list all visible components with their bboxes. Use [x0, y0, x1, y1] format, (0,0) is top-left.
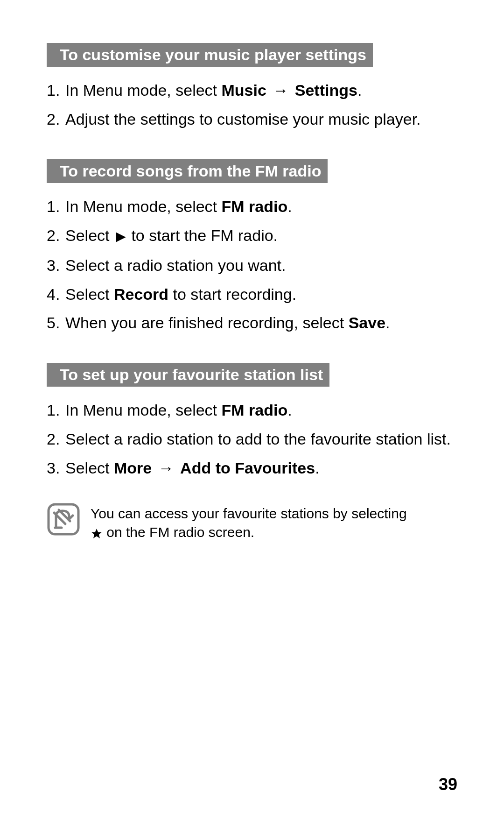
- step-body: Adjust the settings to customise your mu…: [65, 109, 457, 130]
- text: [266, 81, 271, 99]
- step-body: Select Record to start recording.: [65, 284, 457, 305]
- step-body: Select a radio station to add to the fav…: [65, 429, 457, 450]
- star-icon: [91, 524, 103, 543]
- step-body: In Menu mode, select FM radio.: [65, 400, 457, 421]
- step-body: Select to start the FM radio.: [65, 225, 457, 247]
- text: to start recording.: [168, 285, 296, 303]
- text: .: [357, 81, 362, 99]
- text: [152, 459, 156, 477]
- text: [290, 81, 294, 99]
- text: Adjust the settings to customise your mu…: [65, 110, 421, 128]
- note-icon: [47, 502, 80, 536]
- bold-text: Music: [222, 81, 266, 99]
- text: [176, 459, 180, 477]
- step-item: 2.Select a radio station to add to the f…: [47, 429, 457, 450]
- step-number: 4.: [47, 284, 65, 305]
- bold-text: Settings: [295, 81, 357, 99]
- step-body: Select a radio station you want.: [65, 255, 457, 276]
- step-item: 3.Select More → Add to Favourites.: [47, 458, 457, 479]
- step-body: Select More → Add to Favourites.: [65, 458, 457, 479]
- text: on the FM radio screen.: [103, 524, 254, 540]
- text: Select: [65, 459, 114, 477]
- section-heading: To customise your music player settings: [47, 43, 373, 67]
- bold-text: FM radio: [222, 401, 288, 419]
- text: Select: [65, 285, 114, 303]
- step-body: In Menu mode, select Music → Settings.: [65, 80, 457, 101]
- play-icon: [114, 226, 127, 247]
- note: You can access your favourite stations b…: [47, 502, 457, 543]
- text: In Menu mode, select: [65, 81, 222, 99]
- text: Select: [65, 226, 114, 244]
- step-item: 2.Select to start the FM radio.: [47, 225, 457, 247]
- step-item: 4.Select Record to start recording.: [47, 284, 457, 305]
- text: In Menu mode, select: [65, 198, 222, 215]
- bold-text: Add to Favourites: [180, 459, 315, 477]
- step-number: 2.: [47, 429, 65, 450]
- step-list: 1.In Menu mode, select Music → Settings.…: [47, 80, 457, 130]
- step-number: 5.: [47, 312, 65, 334]
- bold-text: FM radio: [222, 198, 288, 215]
- step-item: 2. Adjust the settings to customise your…: [47, 109, 457, 130]
- step-body: In Menu mode, select FM radio.: [65, 196, 457, 218]
- step-item: 1.In Menu mode, select FM radio.: [47, 400, 457, 421]
- step-number: 2.: [47, 109, 65, 130]
- bold-text: More: [114, 459, 152, 477]
- step-item: 5.When you are finished recording, selec…: [47, 312, 457, 334]
- arrow-icon: →: [271, 80, 290, 101]
- text: When you are finished recording, select: [65, 314, 349, 332]
- text: Select a radio station you want.: [65, 256, 286, 274]
- svg-rect-1: [49, 504, 78, 534]
- step-number: 2.: [47, 225, 65, 247]
- text: Select a radio station to add to the fav…: [65, 430, 451, 448]
- bold-text: Save: [349, 314, 385, 332]
- text: You can access your favourite stations b…: [91, 506, 407, 521]
- manual-page: To customise your music player settings1…: [0, 0, 504, 827]
- section-heading: To record songs from the FM radio: [47, 159, 328, 183]
- text: .: [287, 401, 292, 419]
- step-number: 3.: [47, 458, 65, 479]
- note-text: You can access your favourite stations b…: [91, 502, 422, 543]
- bold-text: Record: [114, 285, 168, 303]
- text: In Menu mode, select: [65, 401, 222, 419]
- step-body: When you are finished recording, select …: [65, 312, 457, 334]
- text: .: [385, 314, 390, 332]
- step-number: 1.: [47, 80, 65, 101]
- step-list: 1.In Menu mode, select FM radio.2.Select…: [47, 400, 457, 479]
- text: to start the FM radio.: [127, 226, 278, 244]
- svg-marker-0: [116, 232, 126, 242]
- step-number: 1.: [47, 400, 65, 421]
- svg-marker-4: [91, 529, 102, 538]
- text: .: [315, 459, 319, 477]
- arrow-icon: →: [156, 458, 176, 479]
- page-number: 39: [439, 775, 457, 794]
- step-number: 1.: [47, 196, 65, 218]
- step-list: 1.In Menu mode, select FM radio.2.Select…: [47, 196, 457, 334]
- section-heading: To set up your favourite station list: [47, 363, 329, 387]
- step-number: 3.: [47, 255, 65, 276]
- step-item: 3.Select a radio station you want.: [47, 255, 457, 276]
- step-item: 1.In Menu mode, select FM radio.: [47, 196, 457, 218]
- text: .: [287, 198, 292, 215]
- step-item: 1.In Menu mode, select Music → Settings.: [47, 80, 457, 101]
